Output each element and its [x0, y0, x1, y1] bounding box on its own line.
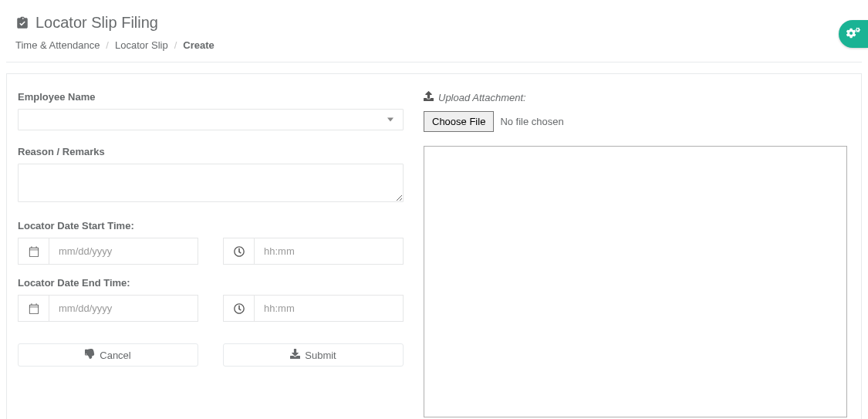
- form-column-right: Upload Attachment: Choose File No file c…: [424, 91, 847, 417]
- header-divider: [6, 62, 862, 63]
- reason-textarea[interactable]: [18, 164, 404, 202]
- clock-icon[interactable]: [223, 295, 254, 322]
- reason-group: Reason / Remarks: [18, 146, 404, 204]
- clock-icon[interactable]: [223, 238, 254, 265]
- start-time-input[interactable]: [254, 238, 404, 265]
- thumbs-down-icon: [85, 349, 95, 361]
- employee-group: Employee Name: [18, 91, 404, 130]
- cancel-button[interactable]: Cancel: [18, 343, 198, 367]
- calendar-icon[interactable]: [18, 295, 49, 322]
- clipboard-check-icon: [15, 16, 29, 30]
- breadcrumb-separator: /: [106, 39, 109, 51]
- start-date-input[interactable]: [49, 238, 198, 265]
- breadcrumb-current: Create: [183, 39, 214, 51]
- breadcrumb-locator-slip[interactable]: Locator Slip: [115, 39, 168, 51]
- gears-icon: [846, 26, 860, 42]
- end-date-group: [18, 295, 198, 322]
- choose-file-button[interactable]: Choose File: [424, 111, 494, 132]
- upload-label: Upload Attachment:: [424, 91, 526, 103]
- breadcrumb-time-attendance[interactable]: Time & Attendance: [15, 39, 100, 51]
- upload-label-text: Upload Attachment:: [438, 92, 526, 103]
- file-status: No file chosen: [500, 116, 563, 127]
- submit-button[interactable]: Submit: [223, 343, 404, 367]
- form-card: Employee Name Reason / Remarks Locator D…: [6, 73, 862, 419]
- end-date-input[interactable]: [49, 295, 198, 322]
- end-time-group: [223, 295, 404, 322]
- action-buttons: Cancel Submit: [18, 343, 404, 367]
- start-group: Locator Date Start Time:: [18, 220, 404, 265]
- start-time-group: [223, 238, 404, 265]
- end-group: Locator Date End Time:: [18, 277, 404, 322]
- settings-fab[interactable]: [839, 20, 868, 48]
- start-label: Locator Date Start Time:: [18, 220, 404, 231]
- attachment-preview: [424, 146, 847, 417]
- breadcrumb: Time & Attendance / Locator Slip / Creat…: [15, 39, 853, 51]
- submit-button-label: Submit: [305, 350, 336, 361]
- calendar-icon[interactable]: [18, 238, 49, 265]
- cancel-button-label: Cancel: [100, 350, 130, 361]
- end-time-input[interactable]: [254, 295, 404, 322]
- form-column-left: Employee Name Reason / Remarks Locator D…: [18, 91, 404, 417]
- employee-select[interactable]: [18, 109, 404, 130]
- download-icon: [290, 349, 300, 361]
- end-label: Locator Date End Time:: [18, 277, 404, 289]
- breadcrumb-separator: /: [174, 39, 177, 51]
- file-input-row: Choose File No file chosen: [424, 111, 847, 132]
- page-title: Locator Slip Filing: [35, 14, 158, 32]
- page-header: Locator Slip Filing Time & Attendance / …: [0, 0, 868, 62]
- page-title-row: Locator Slip Filing: [15, 14, 853, 32]
- start-date-group: [18, 238, 198, 265]
- employee-label: Employee Name: [18, 91, 404, 103]
- caret-down-icon: [387, 118, 393, 122]
- upload-icon: [424, 91, 434, 103]
- reason-label: Reason / Remarks: [18, 146, 404, 157]
